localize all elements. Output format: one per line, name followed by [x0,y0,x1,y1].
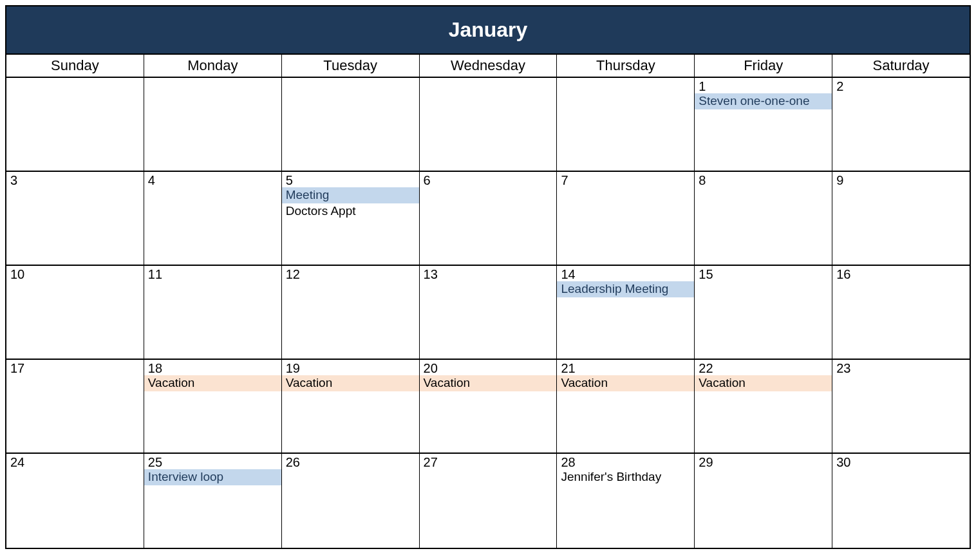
day-header-sunday: Sunday [6,55,144,77]
events-list: Vacation [697,375,829,391]
day-number: 19 [285,361,417,375]
day-cell[interactable]: 24 [6,454,144,548]
events-list: Vacation [147,375,279,391]
week-row: 1Steven one-one-one2 [6,78,970,172]
day-number: 16 [835,267,967,281]
day-number: 12 [285,267,417,281]
day-cell[interactable]: 16 [832,266,970,359]
day-number: 8 [697,173,829,187]
day-cell[interactable]: 11 [144,266,282,359]
calendar-event[interactable]: Vacation [557,375,694,391]
day-number: 5 [285,173,417,187]
calendar-event[interactable]: Vacation [282,375,419,391]
day-header-wednesday: Wednesday [420,55,558,77]
calendar-event[interactable]: Leadership Meeting [557,281,694,297]
day-cell[interactable]: 13 [420,266,558,359]
day-cell[interactable]: 23 [832,360,970,453]
day-cell[interactable]: 21Vacation [557,360,695,453]
calendar-event[interactable]: Vacation [144,375,281,391]
events-list: Interview loop [147,469,279,485]
day-number: 6 [422,173,554,187]
day-cell[interactable]: 30 [832,454,970,548]
calendar-event[interactable]: Vacation [695,375,832,391]
calendar-event[interactable]: Meeting [282,187,419,203]
day-number: 24 [9,455,141,469]
day-cell[interactable]: 2 [832,78,970,171]
day-cell[interactable]: 14Leadership Meeting [557,266,695,359]
day-cell[interactable]: 15 [695,266,832,359]
day-number: 23 [835,361,967,375]
day-cell[interactable]: 9 [832,172,970,265]
events-list: Vacation [285,375,417,391]
weeks-container: 1Steven one-one-one2345MeetingDoctors Ap… [6,78,970,548]
week-row: 1718Vacation19Vacation20Vacation21Vacati… [6,360,970,454]
day-number: 9 [835,173,967,187]
day-number: 11 [147,267,279,281]
day-cell[interactable]: 1Steven one-one-one [695,78,832,171]
day-cell[interactable]: 4 [144,172,282,265]
day-header-friday: Friday [695,55,832,77]
day-cell[interactable]: 17 [6,360,144,453]
day-cell[interactable] [6,78,144,171]
day-cell[interactable]: 12 [282,266,420,359]
calendar-event[interactable]: Vacation [420,375,557,391]
events-list: Jennifer's Birthday [559,469,691,485]
day-cell[interactable]: 6 [420,172,558,265]
calendar-event[interactable]: Steven one-one-one [695,93,832,109]
day-cell[interactable]: 10 [6,266,144,359]
events-list: Leadership Meeting [559,281,691,297]
events-list: Vacation [422,375,554,391]
day-header-tuesday: Tuesday [282,55,420,77]
day-number: 3 [9,173,141,187]
day-cell[interactable]: 3 [6,172,144,265]
day-number: 15 [697,267,829,281]
day-number: 20 [422,361,554,375]
week-row: 345MeetingDoctors Appt6789 [6,172,970,266]
week-row: 2425Interview loop262728Jennifer's Birth… [6,454,970,548]
day-number: 22 [697,361,829,375]
day-header-thursday: Thursday [557,55,695,77]
events-list: Steven one-one-one [697,93,829,109]
day-cell[interactable]: 25Interview loop [144,454,282,548]
day-number: 17 [9,361,141,375]
day-header-saturday: Saturday [832,55,970,77]
day-cell[interactable] [420,78,558,171]
day-cell[interactable]: 8 [695,172,832,265]
day-number: 14 [559,267,691,281]
day-number: 29 [697,455,829,469]
day-number: 2 [835,79,967,93]
day-number: 4 [147,173,279,187]
day-number: 1 [697,79,829,93]
day-number: 7 [559,173,691,187]
day-cell[interactable] [557,78,695,171]
day-cell[interactable]: 18Vacation [144,360,282,453]
day-cell[interactable]: 19Vacation [282,360,420,453]
day-number: 18 [147,361,279,375]
day-number: 21 [559,361,691,375]
calendar-event[interactable]: Doctors Appt [282,203,419,219]
day-number: 28 [559,455,691,469]
day-cell[interactable]: 5MeetingDoctors Appt [282,172,420,265]
day-header-monday: Monday [144,55,282,77]
day-cell[interactable]: 26 [282,454,420,548]
events-list: Vacation [559,375,691,391]
calendar-event[interactable]: Jennifer's Birthday [557,469,694,485]
day-cell[interactable]: 7 [557,172,695,265]
day-number: 13 [422,267,554,281]
events-list: MeetingDoctors Appt [285,187,417,219]
day-cell[interactable]: 29 [695,454,832,548]
calendar-event[interactable]: Interview loop [144,469,281,485]
day-cell[interactable]: 20Vacation [420,360,558,453]
day-cell[interactable] [144,78,282,171]
day-cell[interactable]: 22Vacation [695,360,832,453]
day-cell[interactable]: 27 [420,454,558,548]
calendar: January Sunday Monday Tuesday Wednesday … [5,5,971,549]
day-header-row: Sunday Monday Tuesday Wednesday Thursday… [6,55,970,78]
week-row: 1011121314Leadership Meeting1516 [6,266,970,360]
day-cell[interactable]: 28Jennifer's Birthday [557,454,695,548]
day-number: 25 [147,455,279,469]
day-cell[interactable] [282,78,420,171]
day-number: 26 [285,455,417,469]
day-number: 30 [835,455,967,469]
day-number: 27 [422,455,554,469]
